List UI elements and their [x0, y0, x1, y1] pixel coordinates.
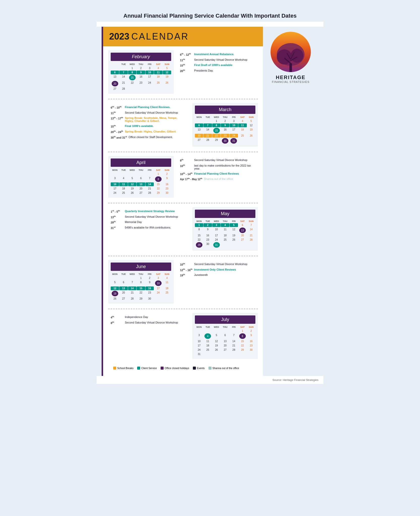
cal-cell: 17: [154, 286, 162, 290]
event-desc: Shanna out of the office: [204, 177, 233, 180]
cal-cell: 27: [195, 138, 203, 144]
cal-cell: 19: [230, 234, 238, 237]
source-text: Source: Heritage Financial Strategies: [97, 376, 323, 384]
event-date: 10th: [180, 263, 193, 266]
cal-cell: 14: [119, 75, 128, 80]
legend-events: Events: [193, 367, 205, 370]
cal-cell: 20: [238, 234, 247, 237]
cal-cell: 12: [163, 71, 171, 74]
cal-cell: 1: [212, 119, 221, 123]
event-item: 15th First Draft of 1099's available: [180, 63, 255, 67]
cal-cell: 11: [238, 123, 247, 127]
event-item: 10th last day to make contributions for …: [180, 164, 255, 170]
dh: WED: [128, 273, 136, 275]
cal-cell: 14: [145, 182, 154, 186]
divider: [108, 99, 258, 99]
cal-cell: 28: [247, 238, 255, 242]
cal-cell: 15: [137, 286, 145, 290]
cal-cell: 31: [195, 352, 203, 356]
cal-cell: 3: [212, 223, 221, 227]
legend-office-closed: Office closed holidays: [161, 367, 189, 370]
cal-cell: 16: [203, 234, 212, 237]
calendar-year: 2023: [109, 31, 129, 42]
may-calendar: May MON TUE WED THU FRI SAT SUN: [192, 207, 258, 251]
cal-cell: 5: [128, 176, 136, 182]
event-desc: last day to make contributions for the 2…: [194, 164, 255, 170]
april-calendar: April MON TUE WED THU FRI SAT SUN: [108, 156, 174, 198]
cal-cell: 2: [221, 119, 229, 123]
cal-cell: 30: [145, 297, 154, 301]
cal-cell: 5: [212, 333, 221, 339]
cal-cell: 8: [128, 71, 136, 74]
cal-cell: 17: [145, 75, 154, 80]
cal-cell: 4: [204, 333, 211, 339]
event-item: 6th - 12th Investment Annual Rebalance.: [180, 53, 255, 56]
cal-cell: 13: [111, 75, 119, 80]
cal-cell: 15: [195, 234, 203, 237]
july-events: 4th Independence Day 8th Second Saturday…: [108, 313, 189, 329]
dh: SAT: [238, 220, 247, 222]
cal-cell: 27: [238, 238, 247, 242]
event-date: 8th: [111, 321, 123, 325]
dh: SUN: [247, 116, 255, 118]
cal-cell: 26: [230, 238, 238, 242]
cal-cell: 21: [230, 344, 238, 347]
cal-cell: 15: [129, 75, 136, 80]
march-calendar: March MON TUE WED THU FRI SAT SUN: [192, 103, 258, 147]
dh: SAT: [154, 273, 162, 275]
left-panel: 2023 CALENDAR February TUE WED THU: [102, 27, 263, 376]
cal-cell: 26: [247, 134, 255, 138]
dh: TUE: [203, 220, 212, 222]
cal-cell: 1: [137, 276, 145, 280]
legend-color: [161, 367, 164, 370]
event-date: 11th: [111, 111, 123, 115]
cal-cell: 17: [212, 234, 221, 237]
cal-cell: 9: [145, 280, 154, 286]
february-events: 6th - 12th Investment Annual Rebalance. …: [177, 50, 258, 77]
event-item: 15th Final 1099's available.: [111, 124, 186, 128]
cal-cell: 22: [195, 238, 203, 242]
event-desc: Independence Day: [125, 315, 148, 318]
dh: SAT: [238, 326, 247, 328]
february-calendar: February TUE WED THU FRI SAT SUN: [108, 50, 174, 94]
event-desc: Memorial Day: [125, 220, 142, 223]
event-date: 11th: [180, 58, 193, 62]
event-date: 10th: [180, 164, 193, 168]
july-title: July: [195, 315, 255, 324]
divider: [108, 152, 258, 152]
event-desc: Presidents Day.: [194, 69, 214, 72]
july-calendar: July MON TUE WED THU FRI SAT SUN: [192, 313, 258, 359]
february-title: February: [111, 53, 171, 61]
event-item: 13th Second Saturday Virtual Divorce Wor…: [111, 215, 186, 219]
cal-cell: 29: [212, 138, 221, 144]
cal-cell: [119, 66, 128, 70]
cal-cell: [203, 119, 212, 123]
cal-cell: 23: [247, 344, 255, 347]
cal-cell: 1: [154, 172, 162, 176]
may-row: 1st - 5th Quarterly Investment Strategy …: [108, 207, 258, 251]
cal-cell: 3: [145, 66, 154, 70]
event-desc: First Draft of 1099's available: [194, 63, 232, 67]
cal-cell: 16: [221, 128, 229, 133]
march-title: March: [195, 106, 255, 114]
cal-cell: [119, 276, 128, 280]
event-desc: Quarterly Investment Strategy Review: [125, 210, 175, 213]
cal-cell: 24: [212, 238, 221, 242]
event-date: 30th and 31st: [111, 136, 127, 139]
cal-cell: 30: [203, 242, 212, 248]
cal-cell: 12: [212, 339, 221, 343]
cal-cell: 5: [163, 66, 171, 70]
cal-cell: 22: [154, 187, 162, 190]
cal-cell: 7: [145, 176, 154, 182]
april-title: April: [111, 158, 171, 167]
dh: MON: [111, 273, 119, 275]
cal-cell: 11: [163, 280, 171, 286]
march-row: 6th - 10th Financial Planning Client Rev…: [108, 103, 258, 147]
event-desc: Financial Planning Client Reviews: [194, 172, 239, 175]
dh: FRI: [230, 220, 238, 222]
event-item: 1st - 5th Quarterly Investment Strategy …: [111, 210, 186, 213]
cal-cell: 29: [137, 297, 145, 301]
cal-cell: 29: [196, 242, 202, 248]
cal-cell: 5: [230, 223, 238, 227]
cal-cell: 7: [230, 333, 238, 339]
